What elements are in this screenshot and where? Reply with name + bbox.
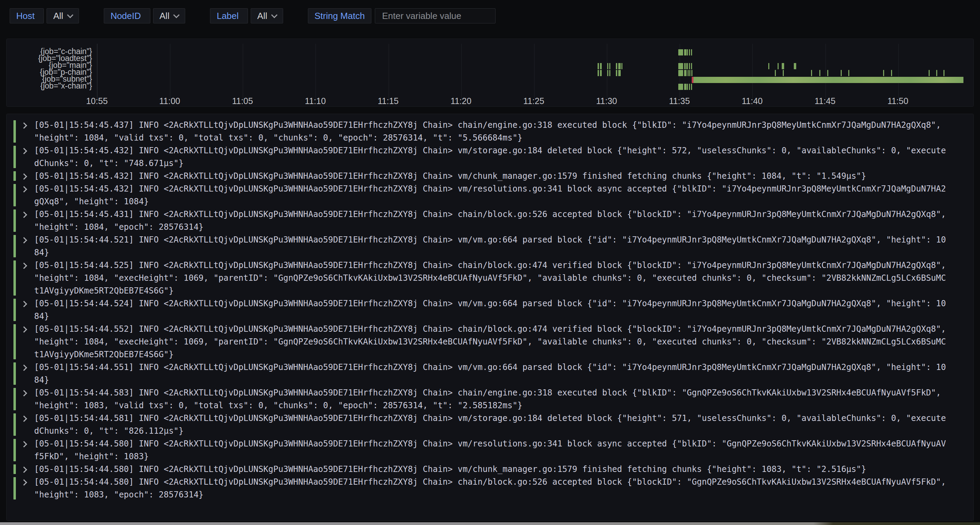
log-volume-segment [607,63,608,69]
expand-chevron-icon[interactable] [21,186,27,192]
variable-string-match: String Match [308,8,496,24]
log-row[interactable]: [05-01|15:54:44.581] INFO <2AcRkXTLLtQjv… [13,412,974,438]
timeline-row [97,77,971,83]
log-level-bar [13,388,16,410]
log-level-bar [13,324,16,359]
variable-nodeid-value-dropdown[interactable]: All [153,8,186,24]
log-level-bar [13,184,16,206]
log-volume-segment [943,70,945,76]
log-level-bar [13,171,16,181]
x-tick-label: 11:10 [305,96,326,106]
log-volume-segment [848,70,849,76]
log-level-bar [13,120,16,143]
log-volume-segment [782,63,784,69]
log-volume-segment [689,63,690,69]
expand-chevron-icon[interactable] [21,441,27,447]
log-row[interactable]: [05-01|15:54:44.552] INFO <2AcRkXTLLtQjv… [13,323,974,361]
expand-chevron-icon[interactable] [21,237,27,243]
variable-label: Label All [210,8,283,24]
variable-host-value-text: All [53,11,63,21]
variable-label-value-text: All [257,11,267,21]
log-row[interactable]: [05-01|15:54:44.525] INFO <2AcRkXTLLtQjv… [13,259,974,297]
log-row[interactable]: [05-01|15:54:44.580] INFO <2AcRkXTLLtQjv… [13,438,974,463]
log-volume-segment [618,63,621,69]
log-volume-segment [689,49,690,56]
variable-host: Host All [10,8,79,24]
log-row[interactable]: [05-01|15:54:44.583] INFO <2AcRkXTLLtQjv… [13,387,974,412]
chevron-down-icon [173,12,180,18]
log-text: [05-01|15:54:44.583] INFO <2AcRkXTLLtQjv… [34,387,951,412]
log-volume-segment [616,63,617,69]
log-row[interactable]: [05-01|15:54:45.431] INFO <2AcRkXTLLtQjv… [13,208,974,233]
variable-nodeid-value-text: All [160,11,170,21]
x-tick-label: 11:20 [450,96,471,106]
log-volume-segment [616,70,617,76]
log-volume-segment [691,84,692,90]
expand-chevron-icon[interactable] [21,466,27,473]
log-level-bar [13,209,16,232]
log-row[interactable]: [05-01|15:54:45.432] INFO <2AcRkXTLLtQjv… [13,170,974,182]
log-volume-segment [687,49,688,56]
log-volume-segment [609,70,610,76]
log-rows: [05-01|15:54:45.437] INFO <2AcRkXTLLtQjv… [13,119,974,501]
log-level-bar [13,260,16,295]
expand-chevron-icon[interactable] [21,479,27,485]
log-volume-segment [691,49,692,56]
clipped-panel-below-edge [0,522,980,525]
variable-host-label-text: Host [16,11,35,21]
expand-chevron-icon[interactable] [21,365,27,371]
log-row[interactable]: [05-01|15:54:44.580] INFO <2AcRkXTLLtQjv… [13,463,974,476]
log-volume-segment [691,63,692,69]
log-volume-segment [678,63,683,69]
log-row[interactable]: [05-01|15:54:44.551] INFO <2AcRkXTLLtQjv… [13,361,974,387]
expand-chevron-icon[interactable] [21,416,27,422]
log-text: [05-01|15:54:45.432] INFO <2AcRkXTLLtQjv… [34,144,951,170]
log-volume-segment [684,49,687,56]
variable-label-label-text: Label [216,11,239,21]
variable-nodeid-label: NodeID [104,8,150,24]
chevron-down-icon [67,12,73,18]
expand-chevron-icon[interactable] [21,148,27,154]
expand-chevron-icon[interactable] [21,262,27,269]
log-volume-segment [929,70,930,76]
variable-host-value-dropdown[interactable]: All [46,8,79,24]
timeline-row [97,70,971,76]
expand-chevron-icon[interactable] [21,173,27,179]
log-level-bar [13,362,16,385]
log-volume-segment [768,63,769,69]
log-volume-segment [783,70,784,76]
string-match-label: String Match [308,8,371,24]
log-level-bar [13,439,16,461]
x-tick-label: 11:50 [887,96,908,106]
x-tick-label: 11:25 [523,96,544,106]
log-row[interactable]: [05-01|15:54:45.432] INFO <2AcRkXTLLtQjv… [13,182,974,208]
log-volume-segment [678,49,683,56]
log-volume-segment [775,70,776,76]
log-volume-segment [794,63,797,69]
chevron-down-icon [271,12,277,18]
log-volume-segment [827,70,828,76]
log-volume-segment [936,70,937,76]
log-volume-segment [687,84,688,90]
log-row[interactable]: [05-01|15:54:44.521] INFO <2AcRkXTLLtQjv… [13,233,974,259]
log-row[interactable]: [05-01|15:54:45.432] INFO <2AcRkXTLLtQjv… [13,144,974,170]
variables-toolbar: Host All NodeID All Label All String Mat… [10,8,496,24]
log-row[interactable]: [05-01|15:54:44.580] INFO <2AcRkXTLLtQjv… [13,476,974,501]
log-row[interactable]: [05-01|15:54:44.524] INFO <2AcRkXTLLtQjv… [13,297,974,323]
log-volume-segment [691,70,692,76]
x-tick-label: 11:30 [596,96,617,106]
expand-chevron-icon[interactable] [21,326,27,332]
expand-chevron-icon[interactable] [21,122,27,128]
log-row[interactable]: [05-01|15:54:45.437] INFO <2AcRkXTLLtQjv… [13,119,974,144]
log-volume-segment [607,70,608,76]
x-tick-label: 11:40 [742,96,763,106]
log-volume-segment [598,63,599,69]
expand-chevron-icon[interactable] [21,390,27,396]
x-tick-label: 11:35 [669,96,690,106]
string-match-input[interactable] [381,10,489,22]
timeline-plot[interactable] [97,44,971,99]
expand-chevron-icon[interactable] [21,301,27,307]
variable-label-value-dropdown[interactable]: All [251,8,283,24]
expand-chevron-icon[interactable] [21,211,27,218]
log-level-bar [13,146,16,168]
